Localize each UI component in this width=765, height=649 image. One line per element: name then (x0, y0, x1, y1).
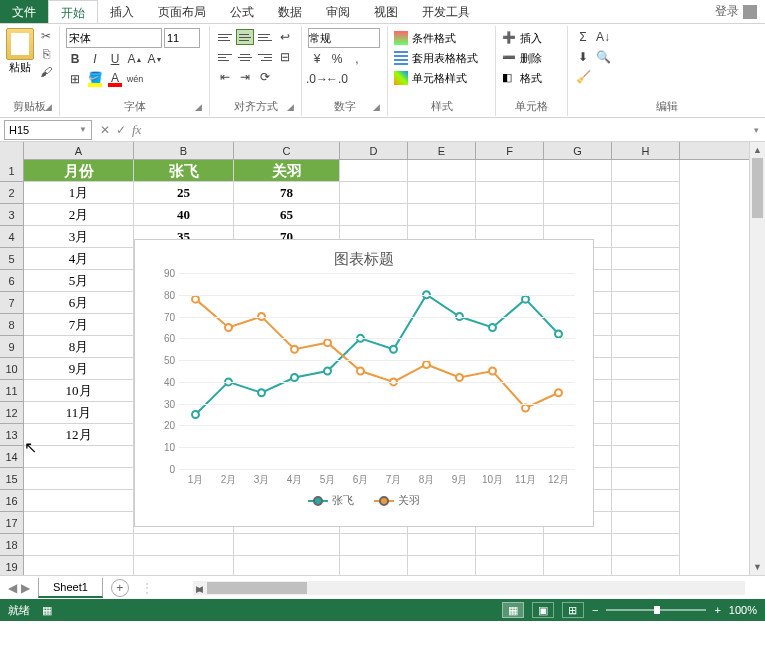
font-name-select[interactable] (66, 28, 162, 48)
row-header-18[interactable]: 18 (0, 534, 23, 556)
cell[interactable] (612, 512, 680, 534)
cell[interactable] (24, 556, 134, 575)
increase-indent-icon[interactable]: ⇥ (236, 68, 254, 86)
col-header-E[interactable]: E (408, 142, 476, 159)
cut-icon[interactable]: ✂ (38, 28, 54, 44)
increase-font-icon[interactable]: A▲ (126, 50, 144, 68)
fill-icon[interactable]: ⬇ (574, 48, 592, 66)
row-header-11[interactable]: 11 (0, 380, 23, 402)
tab-review[interactable]: 审阅 (314, 0, 362, 23)
cell[interactable] (612, 468, 680, 490)
row-header-17[interactable]: 17 (0, 512, 23, 534)
increase-decimal-icon[interactable]: .0→ (308, 70, 326, 88)
scroll-down-icon[interactable]: ▼ (750, 559, 765, 575)
row-header-5[interactable]: 5 (0, 248, 23, 270)
expand-formula-icon[interactable]: ▾ (748, 125, 765, 135)
col-header-G[interactable]: G (544, 142, 612, 159)
merge-cells-icon[interactable]: ⊟ (276, 48, 294, 66)
wrap-text-icon[interactable]: ↩ (276, 28, 294, 46)
copy-icon[interactable]: ⎘ (38, 46, 54, 62)
delete-cells-button[interactable]: ➖删除 (502, 48, 561, 68)
cell[interactable] (544, 534, 612, 556)
cell[interactable]: 12月 (24, 424, 134, 446)
decrease-indent-icon[interactable]: ⇤ (216, 68, 234, 86)
cancel-formula-icon[interactable]: ✕ (100, 123, 110, 137)
row-header-7[interactable]: 7 (0, 292, 23, 314)
cell[interactable] (476, 556, 544, 575)
cell[interactable]: 65 (234, 204, 340, 226)
row-header-4[interactable]: 4 (0, 226, 23, 248)
cell[interactable] (340, 182, 408, 204)
col-header-H[interactable]: H (612, 142, 680, 159)
tab-formulas[interactable]: 公式 (218, 0, 266, 23)
cell[interactable] (234, 556, 340, 575)
number-launcher-icon[interactable]: ◢ (373, 102, 383, 112)
align-left-icon[interactable] (216, 49, 234, 65)
cell[interactable] (24, 468, 134, 490)
conditional-format-button[interactable]: 条件格式 (394, 28, 489, 48)
align-center-icon[interactable] (236, 49, 254, 65)
clear-icon[interactable]: 🧹 (574, 68, 592, 86)
scroll-up-icon[interactable]: ▲ (750, 142, 765, 158)
cell[interactable] (612, 314, 680, 336)
vscroll-thumb[interactable] (752, 158, 763, 218)
cell[interactable] (24, 490, 134, 512)
decrease-font-icon[interactable]: A▼ (146, 50, 164, 68)
find-icon[interactable]: 🔍 (594, 48, 612, 66)
cell[interactable] (544, 556, 612, 575)
cell[interactable]: 2月 (24, 204, 134, 226)
zoom-handle[interactable] (654, 606, 660, 614)
row-header-10[interactable]: 10 (0, 358, 23, 380)
cell[interactable] (612, 358, 680, 380)
add-sheet-button[interactable]: + (111, 579, 129, 597)
page-layout-view-icon[interactable]: ▣ (532, 602, 554, 618)
col-header-D[interactable]: D (340, 142, 408, 159)
formula-bar[interactable] (145, 120, 748, 140)
cell[interactable] (24, 512, 134, 534)
insert-cells-button[interactable]: ➕插入 (502, 28, 561, 48)
cell[interactable] (340, 534, 408, 556)
cell[interactable] (340, 204, 408, 226)
tab-layout[interactable]: 页面布局 (146, 0, 218, 23)
autosum-icon[interactable]: Σ (574, 28, 592, 46)
normal-view-icon[interactable]: ▦ (502, 602, 524, 618)
align-middle-icon[interactable] (236, 29, 254, 45)
cell[interactable] (612, 292, 680, 314)
cell[interactable] (340, 556, 408, 575)
cell[interactable] (134, 534, 234, 556)
underline-button[interactable]: U (106, 50, 124, 68)
cell[interactable] (476, 160, 544, 182)
format-painter-icon[interactable]: 🖌 (38, 64, 54, 80)
fx-icon[interactable]: fx (132, 122, 141, 138)
fill-color-button[interactable]: 🪣 (86, 70, 104, 88)
cell[interactable]: 3月 (24, 226, 134, 248)
cell[interactable]: 8月 (24, 336, 134, 358)
cell[interactable] (612, 490, 680, 512)
cell[interactable] (612, 182, 680, 204)
tab-nav-prev-icon[interactable]: ◀ (8, 581, 17, 595)
col-header-B[interactable]: B (134, 142, 234, 159)
font-color-button[interactable]: A (106, 70, 124, 88)
cell[interactable] (408, 182, 476, 204)
row-header-15[interactable]: 15 (0, 468, 23, 490)
row-header-9[interactable]: 9 (0, 336, 23, 358)
page-break-view-icon[interactable]: ⊞ (562, 602, 584, 618)
vertical-scrollbar[interactable]: ▲ ▼ (749, 142, 765, 575)
select-all-corner[interactable] (0, 142, 24, 160)
paste-button[interactable]: 粘贴 (6, 28, 34, 80)
currency-icon[interactable]: ¥ (308, 50, 326, 68)
decrease-decimal-icon[interactable]: ←.0 (328, 70, 346, 88)
login-button[interactable]: 登录 (707, 0, 765, 23)
row-header-19[interactable]: 19 (0, 556, 23, 575)
cell[interactable] (612, 336, 680, 358)
number-format-select[interactable] (308, 28, 380, 48)
cell[interactable] (612, 424, 680, 446)
clipboard-launcher-icon[interactable]: ◢ (45, 102, 55, 112)
cell[interactable] (408, 160, 476, 182)
cell[interactable]: 月份 (24, 160, 134, 182)
border-button[interactable]: ⊞ (66, 70, 84, 88)
cell[interactable] (24, 446, 134, 468)
cell[interactable] (234, 534, 340, 556)
cell[interactable]: 6月 (24, 292, 134, 314)
cell[interactable]: 5月 (24, 270, 134, 292)
